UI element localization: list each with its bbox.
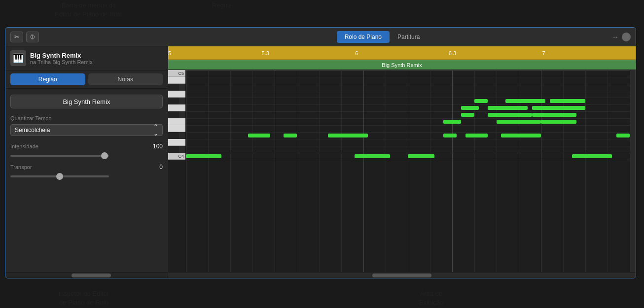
tab-score[interactable]: Partitura	[390, 31, 428, 43]
ruler-marker: 7	[542, 50, 545, 56]
note-15[interactable]	[488, 113, 532, 117]
transpose-slider[interactable]	[10, 175, 109, 177]
piano-key-Ab4[interactable]	[168, 98, 179, 104]
ruler-marker: 6.3	[449, 50, 456, 56]
inspector-panel: 🎹 Big Synth Remix na Trilha Big Synth Re…	[5, 46, 168, 278]
piano-key-E4[interactable]	[168, 125, 185, 132]
note-19[interactable]	[532, 106, 585, 110]
note-3[interactable]	[572, 154, 612, 158]
transpose-section: Transpor 0	[10, 164, 163, 177]
note-8[interactable]	[465, 134, 488, 137]
intensity-row: Intensidade 100	[10, 143, 163, 150]
intensity-thumb[interactable]	[101, 152, 108, 159]
intensity-section: Intensidade 100	[10, 143, 163, 157]
expand-icon: ↔	[612, 33, 619, 41]
grid-v-line	[297, 70, 297, 272]
main-window: ✂ ⟨|⟩ Rolo de Piano Partitura ↔ 🎹 Big Sy…	[5, 27, 636, 278]
grid-v-line	[408, 70, 408, 272]
note-20[interactable]	[474, 99, 488, 103]
grid-v-line	[608, 70, 608, 272]
note-10[interactable]	[616, 134, 630, 137]
piano-key-D4[interactable]	[168, 139, 185, 146]
note-2[interactable]	[408, 154, 434, 158]
grid-v-line	[452, 70, 453, 272]
grid-v-line	[208, 70, 209, 272]
grid-v-line	[497, 70, 497, 272]
note-9[interactable]	[501, 134, 541, 137]
transpose-row: Transpor 0	[10, 164, 163, 171]
ruler-marker: 5	[168, 50, 171, 56]
grid-area[interactable]	[186, 70, 630, 272]
grid-v-line	[186, 70, 186, 272]
piano-key-B4[interactable]	[168, 77, 185, 84]
quantize-section: Quantizar Tempo Semicolcheia ⌃⌄	[10, 115, 163, 136]
inspector-scroll-thumb[interactable]	[72, 274, 111, 277]
note-14[interactable]	[461, 113, 474, 117]
annotation-menu-bar: Barra de menus do Editor de Piano de Rol…	[49, 1, 128, 19]
top-bar: ✂ ⟨|⟩ Rolo de Piano Partitura ↔	[5, 28, 636, 46]
ruler-bar: 55.366.37	[168, 46, 636, 60]
transpose-value: 0	[148, 164, 163, 171]
annotation-ruler: Régua	[212, 1, 231, 10]
track-sub: na Trilha Big Synth Remix	[30, 59, 163, 65]
dropdown-arrow: ⌃⌄	[153, 123, 158, 137]
quantize-dropdown[interactable]: Semicolcheia ⌃⌄	[10, 124, 163, 136]
tab-group: Rolo de Piano Partitura	[173, 31, 591, 43]
piano-key-C4[interactable]: C4	[168, 153, 185, 160]
piano-key-F4[interactable]	[168, 118, 185, 125]
note-17[interactable]	[461, 106, 479, 110]
piano-key-Eb4[interactable]	[168, 132, 179, 139]
note-13[interactable]	[541, 120, 576, 124]
top-bar-left: ✂ ⟨|⟩	[10, 32, 173, 42]
note-21[interactable]	[505, 99, 545, 103]
intensity-label: Intensidade	[10, 143, 38, 149]
horizontal-scrollbar[interactable]	[168, 272, 636, 278]
note-22[interactable]	[550, 99, 585, 103]
piano-key-Db4[interactable]	[168, 146, 179, 153]
quantize-value: Semicolcheia	[15, 127, 50, 134]
note-1[interactable]	[355, 154, 390, 158]
tab-piano-roll[interactable]: Rolo de Piano	[337, 31, 390, 43]
piano-key-C5[interactable]: C5	[168, 70, 185, 77]
piano-keyboard: C5C4	[168, 70, 186, 160]
inspector-tabs: Região Notas	[5, 70, 168, 89]
grid-v-line	[430, 70, 430, 272]
piano-key-Bb4[interactable]	[168, 84, 179, 91]
grid-v-line	[341, 70, 342, 272]
grid-v-line	[252, 70, 253, 272]
grid-v-line	[230, 70, 231, 272]
track-icon: 🎹	[10, 50, 26, 66]
toggle-dot[interactable]	[622, 33, 631, 41]
scissors-icon[interactable]: ✂	[10, 32, 23, 42]
top-bar-right: ↔	[591, 33, 631, 41]
annotation-inspector: Inspetor do Editor de Piano de Rolo	[44, 289, 123, 307]
vertical-scrollbar[interactable]	[630, 70, 636, 272]
track-header: 🎹 Big Synth Remix na Trilha Big Synth Re…	[5, 46, 168, 70]
transpose-label: Transpor	[10, 164, 32, 170]
region-bar: Big Synth Remix	[168, 60, 636, 70]
grid-v-line	[319, 70, 320, 272]
ruler-marker: 5.3	[262, 50, 269, 56]
tab-region[interactable]: Região	[10, 73, 85, 85]
piano-key-G4[interactable]	[168, 104, 185, 111]
note-11[interactable]	[443, 120, 461, 124]
inspector-body: Big Synth Remix Quantizar Tempo Semicolc…	[5, 89, 168, 272]
piano-key-Gb4[interactable]	[168, 111, 179, 118]
tab-notes[interactable]: Notas	[88, 73, 163, 85]
note-7[interactable]	[443, 134, 457, 137]
note-18[interactable]	[488, 106, 528, 110]
intensity-slider[interactable]	[10, 155, 109, 157]
transpose-thumb[interactable]	[56, 173, 63, 180]
note-4[interactable]	[248, 134, 270, 137]
piano-key-A4[interactable]	[168, 91, 185, 98]
region-name-button[interactable]: Big Synth Remix	[10, 95, 163, 108]
note-0[interactable]	[186, 154, 221, 158]
note-5[interactable]	[284, 134, 297, 137]
note-12[interactable]	[497, 120, 541, 124]
note-6[interactable]	[328, 134, 368, 137]
quantize-icon[interactable]: ⟨|⟩	[26, 32, 39, 42]
inspector-scrollbar[interactable]	[5, 272, 168, 278]
quantize-label: Quantizar Tempo	[10, 115, 163, 121]
note-16[interactable]	[532, 113, 576, 117]
h-scroll-thumb[interactable]	[372, 274, 431, 277]
